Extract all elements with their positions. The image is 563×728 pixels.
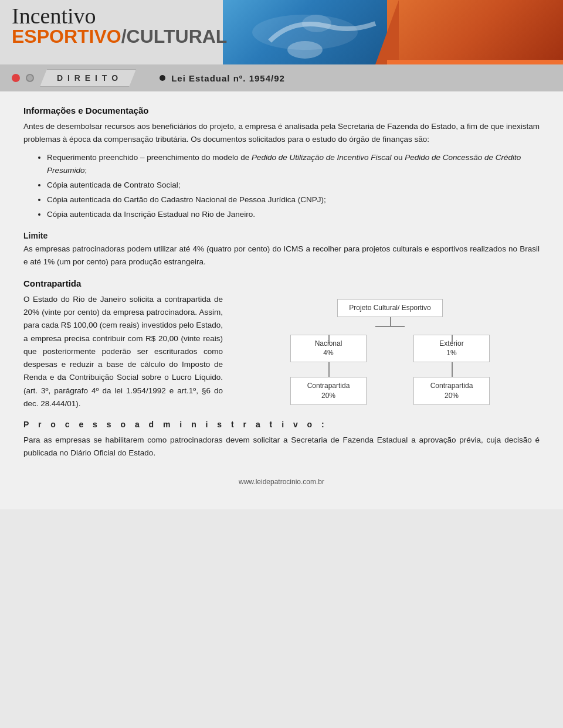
chart-contra2: Contrapartida 20% [413, 377, 490, 405]
chart-root-label: Projeto Cultural/ Esportivo [349, 304, 430, 312]
chart-contra2-pct: 20% [445, 392, 459, 400]
tree-level2: Contrapartida 20% Contrapartida 20% [290, 377, 490, 405]
sub-connector-right [413, 362, 490, 377]
tree-level1: Nacional 4% Exterior 1% [290, 335, 490, 363]
nav-dot-black [160, 75, 165, 81]
chart-nacional-label: Nacional [315, 339, 342, 348]
chart-root-node: Projeto Cultural/ Esportivo [337, 299, 443, 317]
contrapartida-text: O Estado do Rio de Janeiro solicita a co… [23, 293, 223, 410]
list-item: Cópia autenticada do Cartão do Cadastro … [47, 193, 540, 207]
dancer-image [387, 0, 563, 64]
section1-intro: Antes de desembolsar recursos aos benefi… [23, 120, 540, 147]
bullet1-text: Requerimento preenchido – preenchimento … [47, 153, 252, 162]
contra1-node: Contrapartida 20% [290, 377, 367, 405]
chart-nacional-pct: 4% [323, 349, 333, 357]
nav-dot-gray [26, 74, 34, 82]
logo-esportivo: ESPORTIVO [12, 27, 121, 46]
nav-law-title: Lei Estadual nº. 1954/92 [171, 73, 285, 83]
nav-dot-red [12, 74, 20, 82]
root-connector [337, 317, 443, 335]
limite-text: As empresas patrocinadoras podem utiliza… [23, 243, 540, 269]
limite-title: Limite [23, 231, 540, 240]
chart-exterior-label: Exterior [439, 339, 463, 348]
contra-para1: O Estado do Rio de Janeiro solicita a co… [23, 293, 223, 410]
bullet1-cont: ou [392, 153, 405, 162]
main-content: Informações e Documentação Antes de dese… [0, 91, 563, 509]
processo-text: Para as empresas se habilitarem como pat… [23, 434, 540, 460]
swimmer-image [223, 0, 387, 64]
header-logo: Incentivo ESPORTIVO/CULTURAL [12, 5, 227, 46]
document-list: Requerimento preenchido – preenchimento … [47, 151, 540, 222]
swimmer-svg [223, 0, 387, 64]
list-item: Cópia autenticada de Contrato Social; [47, 179, 540, 192]
section-limite: Limite As empresas patrocinadoras podem … [23, 231, 540, 269]
nacional-branch: Nacional 4% [290, 335, 367, 363]
contra2-node: Contrapartida 20% [413, 377, 490, 405]
nav-tab-label: D I R E I T O [57, 73, 119, 83]
section-processo: P r o c e s s o a d m i n i s t r a t i … [23, 420, 540, 460]
section1-title: Informações e Documentação [23, 106, 540, 115]
sub-connectors [290, 362, 490, 377]
chart-nacional-node: Nacional 4% [290, 335, 367, 363]
logo-slash-cultural: /CULTURAL [121, 27, 228, 46]
footer-url: www.leidepatrocinio.com.br [239, 478, 324, 486]
tree-chart: Projeto Cultural/ Esportivo Nacional 4% [290, 299, 490, 405]
chart-contra1: Contrapartida 20% [290, 377, 367, 405]
logo-incentivo: Incentivo [12, 5, 227, 27]
list-item: Requerimento preenchido – preenchimento … [47, 151, 540, 178]
contrapartida-layout: O Estado do Rio de Janeiro solicita a co… [23, 293, 540, 410]
section-informacoes: Informações e Documentação Antes de dese… [23, 106, 540, 222]
contrapartida-chart: Projeto Cultural/ Esportivo Nacional 4% [240, 293, 540, 405]
bullet1-end: ; [85, 166, 87, 175]
contrapartida-title: Contrapartida [23, 278, 540, 288]
chart-exterior-pct: 1% [446, 349, 456, 357]
chart-exterior-node: Exterior 1% [413, 335, 490, 363]
chart-contra1-pct: 20% [321, 392, 335, 400]
processo-title: P r o c e s s o a d m i n i s t r a t i … [23, 420, 540, 429]
header-images [223, 0, 563, 64]
section-contrapartida: Contrapartida O Estado do Rio de Janeiro… [23, 278, 540, 410]
sub-connector-left [290, 362, 367, 377]
header: Incentivo ESPORTIVO/CULTURAL [0, 0, 563, 64]
footer: www.leidepatrocinio.com.br [23, 470, 540, 492]
chart-contra1-label: Contrapartida [307, 382, 350, 390]
nav-tab-direito[interactable]: D I R E I T O [40, 69, 136, 87]
exterior-branch: Exterior 1% [413, 335, 490, 363]
list-item: Cópia autenticada da Inscrição Estadual … [47, 208, 540, 222]
chart-contra2-label: Contrapartida [430, 382, 473, 390]
nav-bar: D I R E I T O Lei Estadual nº. 1954/92 [0, 64, 563, 91]
bullet1-italic: Pedido de Utilização de Incentivo Fiscal [252, 153, 392, 162]
